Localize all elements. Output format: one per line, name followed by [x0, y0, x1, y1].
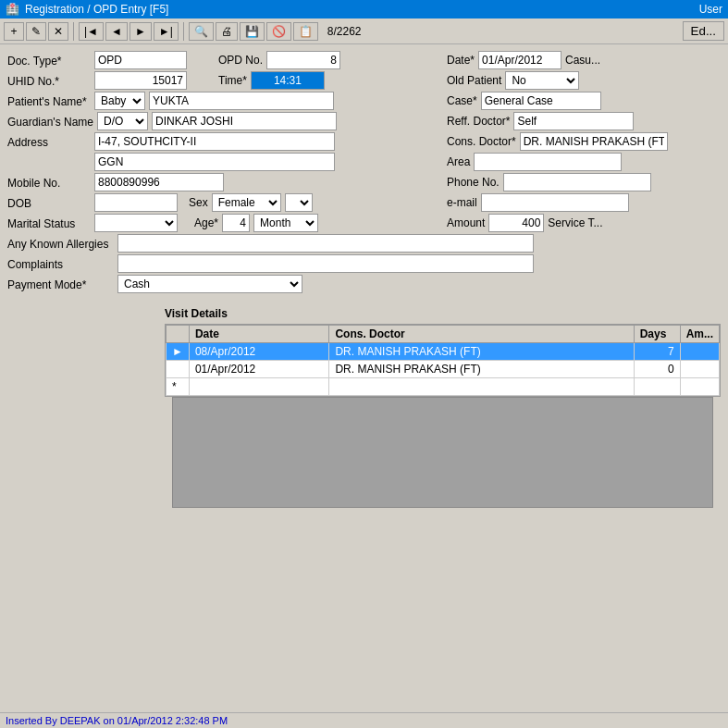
- uhid-input[interactable]: [94, 71, 187, 90]
- form-area: Doc. Type* OPD No. Date* Casu... UHID No…: [0, 44, 728, 300]
- dob-label: DOB: [7, 195, 91, 210]
- row-doctype: Doc. Type* OPD No. Date* Casu...: [7, 50, 721, 70]
- consdoctor-input[interactable]: [520, 132, 668, 151]
- row-address2: Area: [7, 152, 721, 172]
- record-count: 8/2262: [327, 25, 362, 38]
- amount-label: Amount: [447, 216, 485, 229]
- time-input[interactable]: [251, 71, 325, 90]
- last-record-button[interactable]: ►|: [154, 22, 179, 41]
- complaints-label: Complaints: [7, 256, 114, 271]
- casu-label: Casu...: [565, 54, 600, 67]
- first-record-button[interactable]: |◄: [79, 22, 104, 41]
- amount-input[interactable]: [488, 214, 544, 232]
- guardian-prefix-select[interactable]: D/O S/O W/O: [97, 112, 148, 130]
- allergies-input[interactable]: [117, 234, 534, 253]
- table-row[interactable]: 01/Apr/2012 DR. MANISH PRAKASH (FT) 0: [167, 361, 720, 378]
- area-input[interactable]: [474, 153, 622, 171]
- guardian-label: Guardian's Name: [7, 114, 93, 129]
- uhid-label: UHID No.*: [7, 73, 91, 88]
- save-button[interactable]: 💾: [240, 22, 265, 41]
- row-selector: ►: [167, 343, 190, 361]
- title-bar: 🏥 Registration / OPD Entry [F5] User: [0, 0, 728, 19]
- visit-table: Date Cons. Doctor Days Am... ► 08/Apr/20…: [166, 325, 720, 396]
- delete-button[interactable]: ✕: [48, 22, 68, 41]
- date-input[interactable]: [478, 51, 561, 69]
- edit-icon-button[interactable]: ✎: [26, 22, 46, 41]
- edit-button[interactable]: Ed...: [683, 21, 724, 41]
- age-label: Age*: [194, 216, 218, 229]
- prev-record-button[interactable]: ◄: [105, 22, 128, 41]
- row-selector: [167, 361, 190, 378]
- address1-input[interactable]: [94, 132, 335, 151]
- col-days: Days: [634, 326, 680, 343]
- phoneno-input[interactable]: [503, 173, 651, 191]
- address2-input[interactable]: [94, 153, 335, 171]
- status-bar: Inserted By DEEPAK on 01/Apr/2012 2:32:4…: [0, 712, 728, 728]
- servicet-label: Service T...: [548, 216, 602, 229]
- new-row-date: [189, 378, 329, 396]
- marital-select[interactable]: Single Married: [94, 214, 178, 232]
- time-label: Time*: [218, 74, 247, 87]
- paymentmode-select[interactable]: Cash Card Online: [117, 275, 302, 293]
- sex-label: Sex: [189, 196, 208, 209]
- row-complaints: Complaints: [7, 253, 721, 274]
- row-date: 01/Apr/2012: [189, 361, 329, 378]
- new-row-doctor: [329, 378, 634, 396]
- case-input[interactable]: [481, 92, 601, 110]
- mobile-label: Mobile No.: [7, 175, 91, 190]
- complaints-input[interactable]: [117, 254, 534, 273]
- col-amount: Am...: [680, 326, 719, 343]
- paymentmode-label: Payment Mode*: [7, 277, 114, 291]
- patientname-label: Patient's Name*: [7, 93, 91, 108]
- mobile-input[interactable]: [94, 173, 224, 191]
- oldpatient-select[interactable]: No Yes: [505, 71, 579, 90]
- age-input[interactable]: [222, 214, 250, 232]
- guardianname-input[interactable]: [152, 112, 337, 130]
- add-button[interactable]: +: [4, 22, 24, 41]
- cancel-button[interactable]: 🚫: [266, 22, 291, 41]
- new-row-selector: *: [167, 378, 190, 396]
- print-button[interactable]: 🖨: [216, 22, 238, 41]
- dob-input[interactable]: [94, 193, 178, 212]
- allergies-label: Any Known Allergies: [7, 236, 114, 251]
- visit-section: Visit Details Date Cons. Doctor Days Am.…: [7, 307, 721, 508]
- report-button[interactable]: 📋: [293, 22, 318, 41]
- row-doctor: DR. MANISH PRAKASH (FT): [329, 361, 634, 378]
- opdno-label: OPD No.: [218, 54, 263, 67]
- search-button[interactable]: 🔍: [189, 22, 214, 41]
- row-marital: Marital Status Single Married Age* Month…: [7, 213, 721, 233]
- email-input[interactable]: [481, 193, 629, 212]
- visit-table-header: Date Cons. Doctor Days Am...: [167, 326, 720, 343]
- row-allergies: Any Known Allergies: [7, 233, 721, 253]
- phoneno-label: Phone No.: [447, 176, 500, 189]
- age-unit-select[interactable]: Month Year Day: [253, 214, 318, 232]
- table-row[interactable]: ► 08/Apr/2012 DR. MANISH PRAKASH (FT) 7: [167, 343, 720, 361]
- area-label: Area: [447, 155, 470, 168]
- oldpatient-label: Old Patient: [447, 74, 501, 87]
- row-address1: Address Cons. Doctor*: [7, 131, 721, 152]
- table-new-row[interactable]: *: [167, 378, 720, 396]
- patient-prefix-select[interactable]: Baby Mr. Mrs.: [94, 92, 145, 110]
- app-icon: 🏥: [6, 3, 19, 16]
- row-date: 08/Apr/2012: [189, 343, 329, 361]
- user-label: User: [699, 3, 722, 16]
- row-doctor: DR. MANISH PRAKASH (FT): [329, 343, 634, 361]
- doctype-label: Doc. Type*: [7, 53, 91, 68]
- row-amount: [680, 343, 719, 361]
- window-title: Registration / OPD Entry [F5]: [25, 3, 168, 16]
- reffdoctor-input[interactable]: [513, 112, 634, 130]
- visit-table-wrapper: Date Cons. Doctor Days Am... ► 08/Apr/20…: [165, 324, 721, 397]
- row-uhid: UHID No.* Time* Old Patient No Yes: [7, 70, 721, 91]
- reffdoctor-label: Reff. Doctor*: [447, 115, 510, 128]
- row-patient: Patient's Name* Baby Mr. Mrs. Case*: [7, 91, 721, 111]
- case-label: Case*: [447, 94, 477, 107]
- opdno-input[interactable]: [266, 51, 340, 69]
- separator-1: [73, 22, 74, 41]
- patientname-input[interactable]: [149, 92, 334, 110]
- date-label: Date*: [447, 54, 475, 67]
- new-row-amount: [680, 378, 719, 396]
- doctype-input[interactable]: [94, 51, 187, 69]
- next-record-button[interactable]: ►: [130, 22, 152, 41]
- sex-select2[interactable]: [285, 193, 313, 212]
- sex-select[interactable]: Female Male: [212, 193, 281, 212]
